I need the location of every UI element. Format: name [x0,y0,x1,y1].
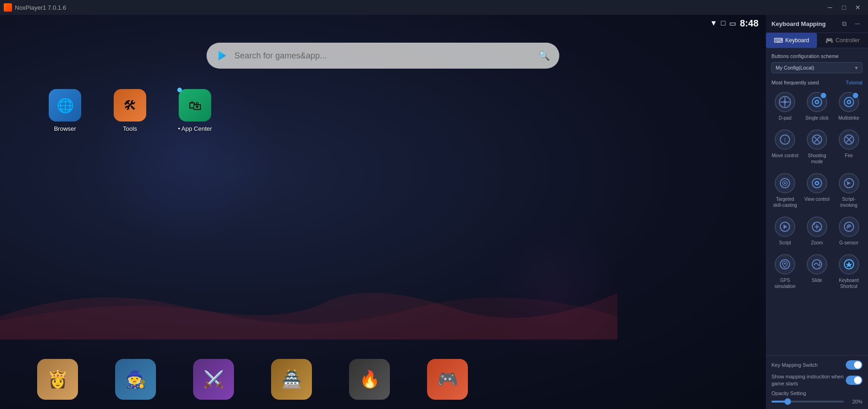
svg-point-36 [812,260,822,269]
controller-tab[interactable]: 🎮 Controller [817,33,868,48]
ctrl-gps[interactable]: GPS simulation [770,250,801,293]
key-mapping-toggle[interactable] [846,360,862,370]
config-section-label: Buttons configuration scheme [771,53,862,59]
freq-label: Most frequently used [771,80,819,85]
script-label: Script [779,240,791,246]
titlebar: NoxPlayer1 7.0.1.6 ─ □ ✕ [0,0,868,15]
titlebar-controls: ─ □ ✕ [823,2,864,13]
show-mapping-label: Show mapping instruction when game start… [771,373,846,387]
keyboard-tab[interactable]: ⌨ Keyboard [766,33,817,48]
panel-minimize-button[interactable]: ─ [852,19,862,29]
opacity-setting: Opacity Setting 20% [771,390,862,404]
kb-controller-tabs: ⌨ Keyboard 🎮 Controller [766,33,868,48]
keyboard-tab-icon: ⌨ [774,37,783,44]
svg-point-33 [848,226,850,228]
opacity-row: 20% [771,399,862,404]
game-icon-6[interactable]: 🎮 [427,359,468,400]
game-icon-5[interactable]: 🔥 [349,359,390,400]
ctrl-slide[interactable]: Slide [802,250,833,293]
svg-line-26 [846,180,847,181]
fire-icon [839,129,859,150]
svg-marker-0 [219,51,226,61]
ctrl-fire[interactable]: Fire [833,126,864,168]
minimize-button[interactable]: ─ [823,2,836,13]
ctrl-script-invoking[interactable]: Script-invoking [833,169,864,212]
svg-point-21 [784,182,786,184]
apps-area: 🌐 Browser 🛠 Tools 🛍 • App Center [46,89,214,132]
app-item-tools[interactable]: 🛠 Tools [111,89,149,132]
move-control-icon: ↕ [775,129,795,150]
app-item-browser[interactable]: 🌐 Browser [46,89,84,132]
close-button[interactable]: ✕ [851,2,864,13]
g-sensor-icon [839,217,859,237]
controller-tab-icon: 🎮 [825,37,833,44]
keyboard-mapping-panel: Keyboard Mapping ⧉ ─ ⌨ Keyboard 🎮 Contro… [766,15,868,409]
move-control-label: Move control [772,153,798,159]
app-title: NoxPlayer1 7.0.1.6 [15,4,66,11]
game-icon-3[interactable]: ⚔️ [193,359,234,400]
freq-used-header: Most frequently used Tutorial [766,76,868,87]
svg-point-4 [784,101,786,103]
svg-point-24 [816,182,818,184]
app-logo: NoxPlayer1 7.0.1.6 [4,3,66,12]
ctrl-shooting-mode[interactable]: Shooting mode [802,126,833,168]
maximize-button[interactable]: □ [837,2,850,13]
ctrl-targeted-skill[interactable]: Targeted skill-casting [770,169,801,212]
ctrl-multistrike[interactable]: Multistrike [833,88,864,125]
ctrl-script[interactable]: Script [770,213,801,249]
shooting-mode-icon [807,129,827,150]
ctrl-kb-shortcut[interactable]: Keyboard Shortcut [833,250,864,293]
targeted-skill-label: Targeted skill-casting [771,196,799,208]
mountain-decoration [0,247,617,339]
game-icon-2[interactable]: 🧙 [115,359,156,400]
g-sensor-label: G-sensor [839,240,858,246]
ctrl-single-click[interactable]: Single click [802,88,833,125]
android-screen[interactable]: ▼ □ ▭ 8:48 Search for games&app... 🔍 [0,15,766,409]
nox-logo-icon [4,3,12,12]
ctrl-move-control[interactable]: ↕ Move control [770,126,801,168]
browser-icon: 🌐 [49,89,81,121]
signal-icon: □ [721,19,725,27]
svg-point-7 [816,101,818,103]
play-store-icon [216,49,229,62]
fire-label: Fire [845,153,853,159]
dpad-label: D-pad [779,115,791,121]
multistrike-icon [839,92,859,112]
status-time: 8:48 [740,18,758,29]
show-mapping-toggle[interactable] [846,376,862,385]
tutorial-link[interactable]: Tutorial [846,80,862,85]
opacity-value: 20% [848,399,862,404]
single-click-icon [807,92,827,112]
main-area: ▼ □ ▭ 8:48 Search for games&app... 🔍 [0,15,868,409]
bottom-game-icons: 👸 🧙 ⚔️ 🏯 🔥 🎮 [37,359,468,400]
ctrl-dpad[interactable]: D-pad [770,88,801,125]
opacity-slider[interactable] [771,401,844,403]
appcenter-dot [177,88,182,92]
ctrl-view-control[interactable]: View control [802,169,833,212]
controls-grid: D-pad Single click [766,87,868,294]
game-icon-1[interactable]: 👸 [37,359,78,400]
ctrl-zoom[interactable]: Zoom [802,213,833,249]
slide-label: Slide [812,277,822,283]
zoom-label: Zoom [811,240,823,246]
panel-restore-button[interactable]: ⧉ [839,19,849,29]
ctrl-g-sensor[interactable]: G-sensor [833,213,864,249]
bg-glow-2 [487,224,627,363]
game-icon-4[interactable]: 🏯 [271,359,312,400]
appcenter-icon: 🛍 [179,89,211,121]
svg-text:↕: ↕ [784,136,787,143]
panel-title: Keyboard Mapping [771,20,826,27]
wifi-icon: ▼ [710,19,717,27]
app-item-appcenter[interactable]: 🛍 • App Center [176,89,214,132]
multistrike-label: Multistrike [838,115,859,121]
svg-point-35 [784,263,786,265]
svg-marker-28 [784,224,787,229]
config-select[interactable]: My Config(Local) [771,62,862,73]
kb-shortcut-icon [839,254,859,275]
kb-shortcut-label: Keyboard Shortcut [835,277,862,289]
shooting-mode-label: Shooting mode [803,153,831,165]
status-bar: ▼ □ ▭ 8:48 [0,15,766,32]
search-bar[interactable]: Search for games&app... 🔍 [207,43,559,69]
show-mapping-row: Show mapping instruction when game start… [771,373,862,387]
battery-icon: ▭ [729,19,736,28]
